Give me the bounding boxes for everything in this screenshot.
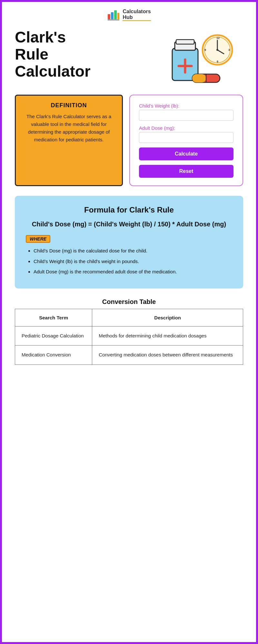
content-row: DEFINITION The Clark's Rule Calculator s… <box>15 95 243 186</box>
formula-box: Formula for Clark's Rule Child's Dose (m… <box>15 196 243 289</box>
svg-text:12: 12 <box>216 36 220 40</box>
dose-input[interactable] <box>139 132 233 143</box>
logo-icon <box>107 8 120 21</box>
reset-button[interactable]: Reset <box>139 165 233 178</box>
svg-text:3: 3 <box>228 48 230 52</box>
svg-rect-21 <box>192 74 206 82</box>
conversion-section: Conversion Table Search Term Description… <box>15 298 243 365</box>
svg-rect-0 <box>108 14 110 19</box>
table-cell-description: Converting medication doses between diff… <box>92 346 243 365</box>
illustration-svg: 12 3 6 9 <box>156 31 240 85</box>
logo-text-top: Calculators <box>123 9 151 14</box>
weight-label: Child's Weight (lb): <box>139 103 233 109</box>
logo-text-bottom: Hub <box>123 14 151 21</box>
svg-text:6: 6 <box>217 60 218 63</box>
formula-equation: Child's Dose (mg) = (Child's Weight (lb)… <box>26 220 232 229</box>
where-badge: WHERE <box>26 235 50 243</box>
conversion-title: Conversion Table <box>15 298 243 306</box>
formula-list-item: Child's Weight (lb) is the child's weigh… <box>34 258 232 265</box>
svg-point-14 <box>216 49 218 51</box>
calculate-button[interactable]: Calculate <box>139 147 233 160</box>
svg-rect-3 <box>117 13 119 19</box>
definition-box: DEFINITION The Clark's Rule Calculator s… <box>15 95 123 186</box>
definition-text: The Clark's Rule Calculator serves as a … <box>22 113 116 144</box>
table-row: Medication ConversionConverting medicati… <box>15 346 243 365</box>
formula-list-item: Adult Dose (mg) is the recommended adult… <box>34 268 232 276</box>
svg-text:9: 9 <box>204 48 206 52</box>
logo-text-wrapper: Calculators Hub <box>123 9 151 21</box>
table-cell-description: Methods for determining child medication… <box>92 326 243 346</box>
definition-label: DEFINITION <box>51 102 87 109</box>
svg-rect-1 <box>111 12 114 19</box>
weight-input[interactable] <box>139 110 233 121</box>
conversion-table: Search Term Description Pediatric Dosage… <box>15 309 243 365</box>
illustration-area: 12 3 6 9 <box>153 29 243 87</box>
svg-rect-7 <box>176 40 194 44</box>
formula-list: Child's Dose (mg) is the calculated dose… <box>26 247 232 276</box>
weight-field: Child's Weight (lb): <box>139 103 233 121</box>
title-row: Clark'sRuleCalculator 12 3 <box>15 29 243 87</box>
calculator-box: Child's Weight (lb): Adult Dose (mg): Ca… <box>129 95 243 186</box>
page-title: Clark'sRuleCalculator <box>15 29 91 80</box>
table-header-term: Search Term <box>15 309 92 326</box>
table-cell-term: Medication Conversion <box>15 346 92 365</box>
table-row: Pediatric Dosage CalculationMethods for … <box>15 326 243 346</box>
table-cell-term: Pediatric Dosage Calculation <box>15 326 92 346</box>
table-header-description: Description <box>92 309 243 326</box>
dose-field: Adult Dose (mg): <box>139 125 233 143</box>
svg-rect-2 <box>114 10 117 19</box>
table-header-row: Search Term Description <box>15 309 243 326</box>
formula-list-item: Child's Dose (mg) is the calculated dose… <box>34 247 232 255</box>
logo-area: Calculators Hub <box>15 8 243 21</box>
dose-label: Adult Dose (mg): <box>139 125 233 131</box>
formula-title: Formula for Clark's Rule <box>26 205 232 214</box>
